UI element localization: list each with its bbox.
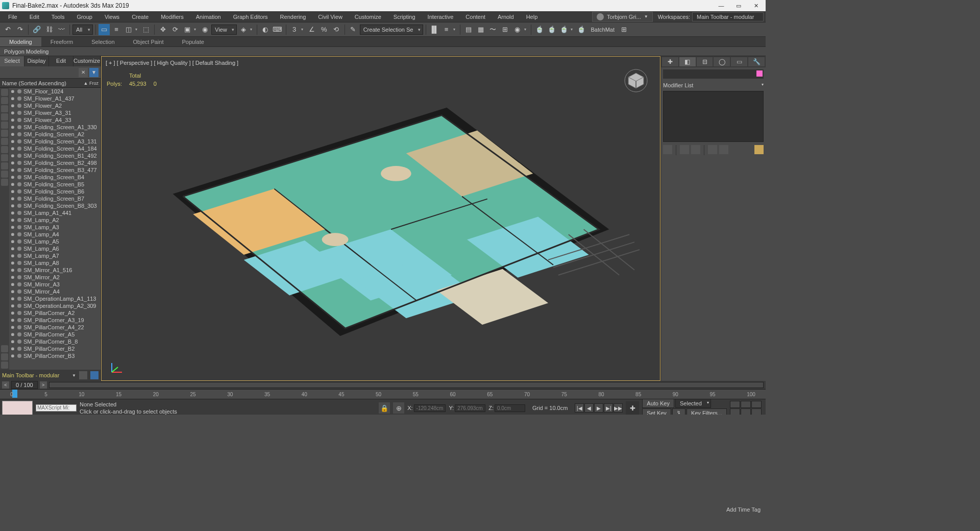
timeline-ruler[interactable]: 0510152025303540455055606570758085909510… — [0, 389, 766, 399]
menu-scripting[interactable]: Scripting — [387, 12, 422, 21]
auto-key-button[interactable]: Auto Key — [642, 399, 674, 408]
visibility-icon[interactable]: ⏺ — [10, 282, 15, 287]
filter-containers-icon[interactable] — [1, 162, 8, 170]
cmd-tab-display[interactable]: ▭ — [731, 57, 747, 66]
toggle-ribbon-button[interactable]: ▦ — [475, 24, 486, 35]
visibility-icon[interactable]: ⏺ — [10, 210, 15, 215]
ribbon-tab-freeform[interactable]: Freeform — [41, 37, 83, 46]
scene-footer-hierarchy-icon[interactable] — [90, 371, 99, 379]
scene-object-row[interactable]: ⏺SM_Folding_Screen_B1_492 — [9, 152, 101, 159]
scene-object-row[interactable]: ⏺SM_Lamp_A4 — [9, 231, 101, 238]
visibility-icon[interactable]: ⏺ — [10, 260, 15, 266]
maxscript-input[interactable]: MAXScript Mi: — [36, 404, 77, 412]
filter-cameras-icon[interactable] — [1, 113, 8, 120]
modifier-list-dropdown[interactable]: Modifier List ▾ — [663, 81, 764, 90]
visibility-icon[interactable]: ⏺ — [10, 96, 15, 101]
visibility-icon[interactable]: ⏺ — [10, 189, 15, 194]
timeline-next-button[interactable]: > — [40, 381, 47, 389]
render-production-button[interactable]: 🍵 — [558, 24, 570, 35]
scene-close-button[interactable]: ✕ — [79, 68, 88, 77]
viewcube-icon[interactable] — [624, 69, 648, 92]
spinner-snap-button[interactable]: ⟲ — [331, 24, 342, 35]
menu-modifiers[interactable]: Modifiers — [155, 12, 190, 21]
reference-coord-dropdown[interactable]: View — [211, 25, 237, 35]
cmd-tab-utilities[interactable]: 🔧 — [748, 57, 765, 66]
mirror-button[interactable]: ▐▌ — [429, 24, 440, 35]
selection-lock-icon[interactable]: 🔒 — [379, 402, 390, 414]
visibility-icon[interactable]: ⏺ — [10, 146, 15, 151]
zoom-all-icon[interactable] — [741, 401, 751, 408]
visibility-icon[interactable]: ⏺ — [10, 246, 15, 251]
user-account-dropdown[interactable]: Torbjorn Gri... ▼ — [592, 12, 653, 22]
orbit-icon[interactable] — [751, 408, 762, 415]
visibility-icon[interactable]: ⏺ — [10, 117, 15, 123]
scene-filter-button[interactable]: ▼ — [89, 68, 99, 77]
menu-tools[interactable]: Tools — [45, 12, 71, 21]
filter-geometry-icon[interactable] — [1, 89, 8, 96]
ribbon-tab-populate[interactable]: Populate — [173, 37, 213, 46]
visibility-icon[interactable]: ⏺ — [10, 268, 15, 273]
visibility-icon[interactable]: ⏺ — [10, 196, 15, 201]
goto-start-button[interactable]: |◀ — [575, 403, 584, 413]
visibility-icon[interactable]: ⏺ — [10, 346, 15, 351]
visibility-icon[interactable]: ⏺ — [10, 182, 15, 187]
scene-object-row[interactable]: ⏺SM_Folding_Screen_B5 — [9, 181, 101, 188]
visibility-icon[interactable]: ⏺ — [10, 218, 15, 223]
scene-object-row[interactable]: ⏺SM_Folding_Screen_A1_330 — [9, 124, 101, 131]
visibility-icon[interactable]: ⏺ — [10, 89, 15, 94]
ribbon-tab-modeling[interactable]: Modeling — [0, 37, 41, 46]
cmd-tab-hierarchy[interactable]: ⊟ — [697, 57, 713, 66]
batchmat-icon[interactable]: ⊞ — [619, 24, 630, 35]
filter-groups-icon[interactable] — [1, 138, 8, 145]
select-region-button[interactable]: ◫ — [123, 24, 134, 35]
zoom-extents-icon[interactable] — [751, 401, 762, 408]
visibility-icon[interactable]: ⏺ — [10, 325, 15, 330]
filter-bones-icon[interactable] — [1, 154, 8, 161]
filter-extra1-icon[interactable] — [1, 345, 8, 352]
filter-spacewarps-icon[interactable] — [1, 130, 8, 137]
select-object-button[interactable]: ▭ — [99, 24, 110, 35]
set-key-big-button[interactable]: ✚ — [626, 401, 639, 415]
filter-extra3-icon[interactable] — [1, 361, 8, 369]
menu-animation[interactable]: Animation — [190, 12, 227, 21]
viewport-label[interactable]: [ + ] [ Perspective ] [ High Quality ] [… — [106, 60, 238, 66]
align-button[interactable]: ≡ — [441, 24, 452, 35]
snap-toggle-button[interactable]: 3 — [289, 24, 300, 35]
rendered-frame-button[interactable]: 🍵 — [546, 24, 557, 35]
timeline-prev-button[interactable]: < — [2, 381, 9, 389]
pivot-center-button[interactable]: ◈ — [238, 24, 249, 35]
scene-object-row[interactable]: ⏺SM_PillarCorner_B2 — [9, 345, 101, 352]
scene-object-row[interactable]: ⏺SM_Mirror_A4 — [9, 288, 101, 295]
menu-customize[interactable]: Customize — [349, 12, 387, 21]
object-name-field[interactable] — [663, 69, 764, 79]
cmd-tab-modify[interactable]: ◧ — [679, 57, 696, 66]
scene-object-row[interactable]: ⏺SM_PillarCorner_A2 — [9, 309, 101, 317]
scene-object-row[interactable]: ⏺SM_Folding_Screen_B3_477 — [9, 166, 101, 174]
timeline-slider-track[interactable] — [49, 382, 764, 388]
scene-tab-customize[interactable]: Customize — [74, 56, 101, 66]
scene-object-row[interactable]: ⏺SM_Folding_Screen_A3_131 — [9, 138, 101, 145]
percent-snap-button[interactable]: % — [318, 24, 330, 35]
scene-tab-select[interactable]: Select — [0, 56, 24, 66]
rotate-button[interactable]: ⟳ — [169, 24, 181, 35]
scene-object-row[interactable]: ⏺SM_Mirror_A3 — [9, 281, 101, 288]
selection-filter-dropdown[interactable]: All — [72, 25, 93, 35]
undo-button[interactable]: ↶ — [2, 24, 13, 35]
render-iterative-button[interactable]: 🍵 — [576, 24, 587, 35]
menu-help[interactable]: Help — [520, 12, 544, 21]
visibility-icon[interactable]: ⏺ — [10, 339, 15, 344]
show-end-result-icon[interactable] — [680, 145, 689, 154]
menu-views[interactable]: Views — [99, 12, 126, 21]
key-filter-selected-dropdown[interactable]: Selected — [675, 399, 711, 408]
coord-x-field[interactable]: -120.248cm — [414, 404, 446, 412]
remove-modifier-icon[interactable] — [708, 145, 717, 154]
pin-stack-icon[interactable] — [663, 145, 672, 154]
object-color-swatch[interactable] — [756, 70, 763, 77]
scene-object-row[interactable]: ⏺SM_PillarCorner_B3 — [9, 352, 101, 359]
scene-tab-display[interactable]: Display — [24, 56, 49, 66]
visibility-icon[interactable]: ⏺ — [10, 167, 15, 173]
scene-list-header[interactable]: Name (Sorted Ascending) ▲ Froz — [0, 79, 101, 88]
menu-content[interactable]: Content — [459, 12, 492, 21]
scene-object-row[interactable]: ⏺SM_Flower_A1_437 — [9, 95, 101, 102]
scene-object-row[interactable]: ⏺SM_Lamp_A7 — [9, 252, 101, 259]
